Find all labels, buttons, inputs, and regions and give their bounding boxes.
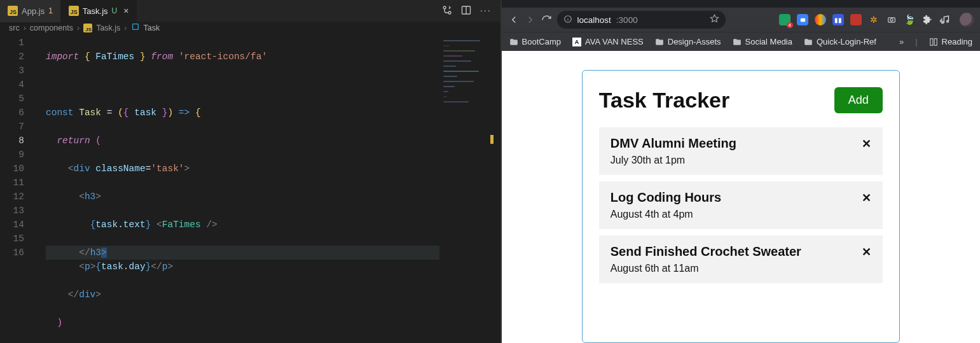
tab-label: Task.js xyxy=(83,6,108,16)
task-text: Send Finished Crochet Sweater xyxy=(611,244,801,259)
reading-list-button[interactable]: Reading xyxy=(929,37,972,46)
js-file-icon: JS xyxy=(83,24,92,32)
back-icon[interactable] xyxy=(508,14,520,25)
minimap[interactable] xyxy=(439,36,500,343)
close-icon[interactable]: ✕ xyxy=(862,245,871,259)
extension-icon[interactable] xyxy=(850,14,862,25)
split-editor-icon[interactable] xyxy=(461,5,471,17)
tab-label: App.js xyxy=(22,6,45,16)
extension-icon[interactable]: 🍃 xyxy=(904,14,915,25)
task-item[interactable]: Send Finished Crochet Sweater ✕ August 6… xyxy=(599,235,883,283)
compare-changes-icon[interactable] xyxy=(442,5,452,17)
extension-icon[interactable] xyxy=(797,14,808,25)
extension-badge: 4 xyxy=(787,22,793,28)
tab-git-status: U xyxy=(112,6,118,15)
task-day: August 4th at 4pm xyxy=(611,209,871,220)
chevron-right-icon: › xyxy=(124,24,127,32)
vscode-editor-pane: JS App.js 1 JS Task.js U × ··· src › com… xyxy=(0,0,500,343)
close-icon[interactable]: ✕ xyxy=(862,137,871,151)
task-day: July 30th at 1pm xyxy=(611,155,871,166)
extension-icon[interactable]: 4 xyxy=(779,14,790,25)
omnibox[interactable]: localhost:3000 xyxy=(557,11,726,29)
breadcrumb-symbol[interactable]: Task xyxy=(144,24,160,32)
extensions-tray: 4 ▮▮ ✲ 🍃 xyxy=(779,13,974,27)
task-text: Log Coding Hours xyxy=(611,190,721,205)
js-file-icon: JS xyxy=(8,6,18,16)
extension-icon[interactable]: ▮▮ xyxy=(832,14,844,25)
bookmark-folder[interactable]: Social Media xyxy=(733,37,792,46)
editor-breadcrumbs[interactable]: src › components › JS Task.js › Task xyxy=(0,22,500,33)
tracker-header: Task Tracker Add xyxy=(599,87,883,113)
svg-rect-16 xyxy=(934,38,937,45)
extension-icon[interactable]: ✲ xyxy=(868,14,880,25)
breadcrumb-folder[interactable]: src xyxy=(9,24,20,32)
tab-modified-badge: 1 xyxy=(48,6,53,15)
line-gutter: 1 2 3 4 5 6 7 8 9 10 11 12 13 14 15 16 xyxy=(0,36,36,260)
forward-icon[interactable] xyxy=(525,14,536,25)
extension-icon[interactable] xyxy=(886,14,897,25)
editor-tab-actions: ··· xyxy=(433,5,500,17)
svg-point-12 xyxy=(946,20,948,22)
bookmark-link[interactable]: A AVA VAN NESS xyxy=(572,37,644,46)
browser-toolbar: localhost:3000 4 ▮▮ ✲ 🍃 xyxy=(502,8,980,32)
media-controls-icon[interactable] xyxy=(939,14,951,25)
close-icon[interactable]: ✕ xyxy=(862,191,871,205)
task-item[interactable]: Log Coding Hours ✕ August 4th at 4pm xyxy=(599,181,883,229)
bookmarks-bar: BootCamp A AVA VAN NESS Design-Assets So… xyxy=(502,32,980,51)
bookmark-folder[interactable]: BootCamp xyxy=(509,37,561,46)
star-icon[interactable] xyxy=(710,14,719,25)
svg-rect-15 xyxy=(930,38,932,45)
url-host: localhost xyxy=(577,15,611,25)
bookmark-overflow-icon[interactable]: » xyxy=(899,37,904,46)
browser-viewport[interactable]: Task Tracker Add DMV Alumni Meeting ✕ Ju… xyxy=(502,51,980,343)
add-button[interactable]: Add xyxy=(834,87,883,113)
extension-icon[interactable] xyxy=(815,14,826,25)
page-title: Task Tracker xyxy=(599,88,729,113)
js-file-icon: JS xyxy=(69,6,79,16)
close-icon[interactable]: × xyxy=(123,6,128,16)
svg-rect-8 xyxy=(800,18,804,22)
extensions-menu-icon[interactable] xyxy=(921,14,933,25)
task-text: DMV Alumni Meeting xyxy=(611,136,736,151)
tab-app-js[interactable]: JS App.js 1 xyxy=(0,0,61,22)
svg-rect-4 xyxy=(132,24,138,30)
more-actions-icon[interactable]: ··· xyxy=(480,5,492,17)
browser-tabstrip[interactable] xyxy=(502,0,980,8)
chevron-right-icon: › xyxy=(24,24,26,32)
minimap-edit-marker xyxy=(490,135,493,144)
chevron-right-icon: › xyxy=(77,24,79,32)
task-tracker-container: Task Tracker Add DMV Alumni Meeting ✕ Ju… xyxy=(582,70,900,343)
tab-task-js[interactable]: JS Task.js U × xyxy=(61,0,137,22)
bookmark-favicon: A xyxy=(572,38,581,46)
svg-point-1 xyxy=(448,11,451,14)
bookmark-folder[interactable]: Design-Assets xyxy=(655,37,721,46)
breadcrumb-folder[interactable]: components xyxy=(30,24,73,32)
bookmark-folder[interactable]: Quick-Login-Ref xyxy=(804,37,876,46)
editor-body[interactable]: 1 2 3 4 5 6 7 8 9 10 11 12 13 14 15 16 i… xyxy=(0,33,500,343)
svg-point-0 xyxy=(443,6,446,9)
task-item[interactable]: DMV Alumni Meeting ✕ July 30th at 1pm xyxy=(599,127,883,175)
task-day: August 6th at 11am xyxy=(611,263,871,274)
symbol-icon xyxy=(131,22,140,33)
reload-icon[interactable] xyxy=(541,15,552,25)
breadcrumb-file[interactable]: Task.js xyxy=(96,24,120,32)
url-port: :3000 xyxy=(616,15,638,25)
svg-point-11 xyxy=(942,21,944,23)
svg-point-10 xyxy=(890,18,893,21)
profile-avatar[interactable] xyxy=(960,13,974,27)
code-content[interactable]: import { FaTimes } from 'react-icons/fa'… xyxy=(46,36,500,343)
browser-pane: localhost:3000 4 ▮▮ ✲ 🍃 xyxy=(500,0,980,343)
editor-tabbar: JS App.js 1 JS Task.js U × ··· xyxy=(0,0,500,22)
site-info-icon[interactable] xyxy=(563,15,572,25)
